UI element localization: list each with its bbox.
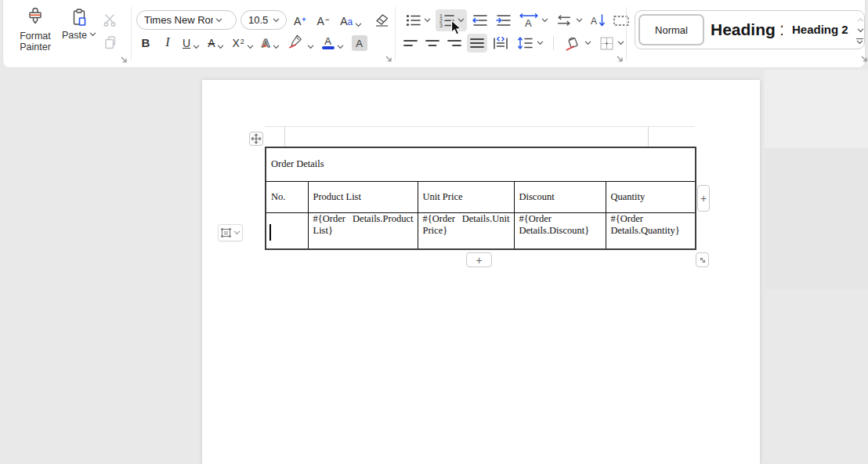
- decrease-indent-icon: [471, 12, 490, 29]
- distribute-button[interactable]: [490, 34, 511, 53]
- header-cell-product-list[interactable]: Product List: [308, 181, 418, 212]
- increase-font-button[interactable]: A+: [291, 10, 309, 31]
- line-spacing-button[interactable]: [514, 34, 545, 53]
- group-separator: [395, 7, 396, 60]
- borders-button[interactable]: [596, 34, 626, 53]
- change-case-button[interactable]: Aa: [338, 10, 364, 31]
- clipboard-dialog-launcher[interactable]: [120, 56, 128, 63]
- justify-button[interactable]: [467, 34, 487, 53]
- order-details-table: Order Details No. Product List Unit Pric…: [265, 147, 696, 250]
- group-separator: [131, 7, 132, 60]
- align-left-button[interactable]: [401, 34, 420, 53]
- background-shade: [765, 70, 868, 148]
- group-separator: [626, 7, 627, 60]
- chevron-down-icon: [857, 28, 864, 33]
- data-cell-discount[interactable]: #{Order Details.Discount}: [514, 212, 606, 249]
- chevron-down-icon: [337, 45, 344, 49]
- character-shading-button[interactable]: A: [349, 32, 370, 53]
- align-center-button[interactable]: [423, 34, 442, 53]
- underline-button[interactable]: U: [180, 32, 202, 53]
- align-right-icon: [446, 35, 463, 51]
- column-guide-tick: [648, 126, 649, 147]
- increase-indent-button[interactable]: [494, 9, 514, 31]
- data-cell-unit-price[interactable]: #{Order Details.Unit Price}: [418, 212, 514, 249]
- chevron-down-icon: [584, 41, 591, 45]
- document-page: Order Details No. Product List Unit Pric…: [202, 80, 760, 464]
- grow-font-glyph: A: [294, 15, 301, 27]
- superscript-button[interactable]: X2: [230, 32, 255, 53]
- copy-button[interactable]: [101, 33, 120, 52]
- italic-button[interactable]: I: [158, 32, 177, 53]
- table-resize-handle[interactable]: [696, 252, 709, 267]
- ribbon-toolbar: Format Painter Paste Times New Roman: [2, 0, 866, 68]
- add-row-button[interactable]: +: [466, 252, 492, 267]
- case-small-glyph: a: [348, 16, 353, 27]
- table-move-handle[interactable]: [249, 132, 263, 146]
- header-cell-quantity[interactable]: Quantity: [606, 181, 696, 212]
- table-title-row: Order Details: [266, 147, 696, 181]
- svg-text:A: A: [525, 16, 532, 28]
- chevron-down-icon: [537, 41, 544, 45]
- font-family-select[interactable]: Times New Roman: [136, 10, 237, 30]
- strikethrough-button[interactable]: A: [205, 32, 226, 53]
- sort-button[interactable]: A: [588, 9, 608, 31]
- gallery-expand-button[interactable]: [855, 37, 864, 46]
- column-guide-line: [265, 126, 695, 127]
- gallery-scroll-down[interactable]: [855, 26, 864, 35]
- clear-formatting-button[interactable]: [371, 10, 392, 31]
- table-title-cell[interactable]: Order Details: [266, 147, 696, 181]
- chevron-up-icon: [857, 17, 864, 22]
- character-shading-glyph: A: [352, 35, 367, 51]
- shading-icon: [563, 34, 582, 52]
- data-cell-quantity[interactable]: #{Order Details.Quantity}: [606, 212, 696, 249]
- font-color-swatch: [322, 46, 335, 50]
- chevron-down-icon: [217, 45, 224, 49]
- bold-button[interactable]: B: [136, 32, 155, 53]
- cut-button[interactable]: [100, 10, 119, 29]
- character-scale-button[interactable]: A: [517, 9, 550, 31]
- format-painter-button[interactable]: Format Painter: [13, 7, 58, 53]
- align-left-icon: [402, 35, 419, 51]
- styles-dialog-launcher[interactable]: [860, 55, 868, 63]
- background-shade: [765, 148, 868, 289]
- paragraph-dialog-launcher[interactable]: [616, 55, 624, 63]
- gallery-scroll-up[interactable]: [855, 15, 864, 24]
- grow-sign: +: [302, 16, 306, 24]
- text-effects-button[interactable]: A: [259, 32, 282, 53]
- style-item-heading1[interactable]: Heading 1: [711, 11, 783, 49]
- chevron-down-icon: [233, 230, 241, 235]
- row-control-button[interactable]: [218, 224, 243, 241]
- chevron-down-icon: [193, 45, 200, 49]
- shrink-font-glyph: A: [317, 15, 324, 27]
- text-direction-button[interactable]: [553, 9, 584, 31]
- add-row-label: +: [476, 255, 482, 266]
- chevron-down-icon: [541, 18, 548, 23]
- header-cell-discount[interactable]: Discount: [514, 181, 606, 212]
- header-cell-no[interactable]: No.: [266, 181, 308, 212]
- paste-button[interactable]: Paste: [61, 8, 97, 41]
- bullets-button[interactable]: [403, 9, 432, 31]
- font-color-button[interactable]: A: [320, 32, 346, 53]
- style-item-heading2[interactable]: Heading 2: [792, 11, 848, 49]
- scissors-icon: [102, 12, 118, 27]
- font-dialog-launcher[interactable]: [385, 55, 392, 63]
- decrease-font-button[interactable]: A−: [315, 10, 332, 31]
- align-right-button[interactable]: [445, 34, 464, 53]
- highlight-color-button[interactable]: [285, 32, 316, 53]
- style-item-normal[interactable]: Normal: [638, 14, 704, 45]
- decrease-indent-button[interactable]: [470, 9, 490, 31]
- align-center-icon: [424, 35, 441, 51]
- eraser-icon: [373, 10, 390, 27]
- format-painter-icon: [25, 7, 45, 27]
- data-cell-no[interactable]: [266, 212, 308, 249]
- paste-icon: [70, 8, 89, 28]
- shading-button[interactable]: [562, 34, 593, 53]
- font-size-select[interactable]: 10.5: [241, 10, 287, 30]
- chevron-down-icon: [617, 41, 624, 45]
- formatting-marks-button[interactable]: [611, 9, 631, 31]
- add-column-button[interactable]: +: [697, 185, 710, 212]
- mini-separator: [553, 36, 554, 50]
- svg-text:3: 3: [439, 23, 443, 28]
- data-cell-product-list[interactable]: #{Order Details.Product List}: [308, 212, 418, 249]
- header-cell-unit-price[interactable]: Unit Price: [418, 181, 514, 212]
